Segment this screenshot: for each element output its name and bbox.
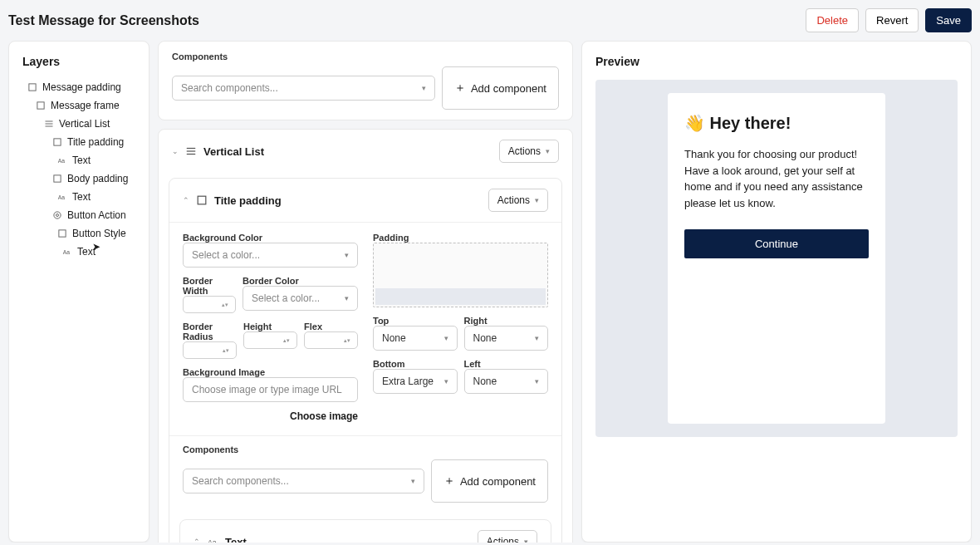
bg-color-placeholder: Select a color... bbox=[192, 249, 260, 261]
vertical-list-title: Vertical List bbox=[203, 145, 264, 158]
svg-text:Aa: Aa bbox=[208, 538, 217, 543]
layer-item[interactable]: Message padding bbox=[16, 78, 142, 96]
bg-image-placeholder: Choose image or type image URL bbox=[192, 384, 342, 395]
padding-preview bbox=[373, 243, 548, 307]
frame-icon bbox=[36, 101, 46, 110]
actions-dropdown[interactable]: Actions ▾ bbox=[478, 530, 537, 543]
plus-icon: ＋ bbox=[443, 474, 455, 489]
bottom-value: Extra Large bbox=[382, 376, 434, 387]
layer-label: Button Style bbox=[72, 228, 126, 239]
actions-dropdown[interactable]: Actions ▾ bbox=[499, 140, 559, 163]
layer-label: Text bbox=[72, 191, 91, 203]
plus-icon: ＋ bbox=[454, 81, 466, 96]
bg-image-input[interactable]: Choose image or type image URL bbox=[183, 377, 358, 402]
top-select[interactable]: None▾ bbox=[373, 326, 458, 351]
layer-item[interactable]: AaText bbox=[16, 188, 142, 206]
flex-label: Flex bbox=[304, 322, 358, 331]
layer-label: Body padding bbox=[67, 173, 128, 184]
collapse-icon[interactable]: ⌃ bbox=[183, 196, 189, 204]
border-width-input[interactable]: ▴▾ bbox=[183, 296, 236, 313]
stepper-icon: ▴▾ bbox=[344, 338, 350, 342]
layers-panel: Layers Message paddingMessage frameVerti… bbox=[8, 41, 149, 543]
add-component-button[interactable]: ＋ Add component bbox=[442, 66, 559, 110]
left-label: Left bbox=[464, 359, 549, 369]
layer-label: Text bbox=[77, 246, 96, 258]
padding-label: Padding bbox=[373, 233, 548, 243]
top-label: Top bbox=[373, 316, 458, 326]
svg-rect-7 bbox=[54, 175, 61, 182]
layer-item[interactable]: Vertical List bbox=[16, 115, 142, 133]
search-placeholder: Search components... bbox=[181, 82, 278, 94]
svg-point-10 bbox=[56, 214, 59, 217]
preview-message-card: 👋 Hey there! Thank you for choosing our … bbox=[668, 93, 885, 424]
layer-label: Vertical List bbox=[59, 118, 110, 130]
layer-label: Button Action bbox=[67, 209, 126, 221]
bottom-label: Bottom bbox=[373, 359, 458, 369]
chevron-down-icon: ▾ bbox=[524, 538, 528, 543]
bottom-select[interactable]: Extra Large▾ bbox=[373, 369, 458, 394]
nested-add-component-button[interactable]: ＋ Add component bbox=[431, 459, 548, 503]
collapse-icon[interactable]: ⌃ bbox=[194, 538, 200, 543]
delete-button[interactable]: Delete bbox=[806, 8, 859, 32]
stepper-icon: ▴▾ bbox=[283, 338, 290, 342]
bg-color-select[interactable]: Select a color... ▾ bbox=[183, 243, 358, 268]
actions-label: Actions bbox=[487, 536, 519, 543]
border-color-select[interactable]: Select a color... ▾ bbox=[243, 286, 358, 311]
bg-color-label: Background Color bbox=[183, 233, 358, 243]
save-button[interactable]: Save bbox=[925, 8, 972, 32]
preview-title: 👋 Hey there! bbox=[684, 113, 869, 133]
collapse-icon[interactable]: ⌄ bbox=[172, 147, 179, 155]
chevron-down-icon: ▾ bbox=[535, 334, 539, 342]
frame-icon bbox=[57, 228, 67, 238]
preview-panel: Preview 👋 Hey there! Thank you for choos… bbox=[581, 41, 972, 543]
list-icon bbox=[44, 119, 54, 129]
nested-components-label: Components bbox=[183, 444, 548, 459]
layer-item[interactable]: AaText bbox=[16, 151, 142, 169]
preview-continue-button[interactable]: Continue bbox=[684, 229, 869, 258]
title-padding-title: Title padding bbox=[214, 194, 282, 207]
header-actions: Delete Revert Save bbox=[806, 8, 972, 32]
layer-item[interactable]: Body padding bbox=[16, 169, 142, 188]
svg-rect-1 bbox=[37, 102, 44, 109]
svg-rect-0 bbox=[29, 84, 36, 91]
stepper-icon: ▴▾ bbox=[223, 348, 229, 352]
chevron-down-icon: ▾ bbox=[411, 477, 415, 485]
frame-icon bbox=[27, 82, 37, 92]
border-color-label: Border Color bbox=[243, 276, 358, 286]
actions-dropdown[interactable]: Actions ▾ bbox=[488, 189, 548, 212]
right-select[interactable]: None▾ bbox=[464, 326, 549, 351]
chevron-down-icon: ▾ bbox=[444, 334, 448, 342]
search-components-input[interactable]: Search components... ▾ bbox=[172, 76, 435, 101]
text-icon: Aa bbox=[57, 155, 67, 165]
text-icon: Aa bbox=[57, 192, 67, 202]
left-value: None bbox=[473, 376, 497, 387]
chevron-down-icon: ▾ bbox=[444, 377, 448, 385]
layer-item[interactable]: Button Style bbox=[16, 224, 142, 243]
flex-input[interactable]: ▴▾ bbox=[304, 331, 358, 349]
title-padding-card: ⌃ Title padding Actions ▾ bbox=[169, 178, 562, 543]
preview-body: Thank you for choosing our product! Have… bbox=[684, 146, 869, 211]
layer-item[interactable]: AaText bbox=[16, 243, 142, 261]
components-label: Components bbox=[172, 52, 559, 66]
add-component-label: Add component bbox=[471, 82, 546, 95]
revert-button[interactable]: Revert bbox=[865, 8, 919, 32]
chevron-down-icon: ▾ bbox=[422, 84, 426, 92]
svg-text:Aa: Aa bbox=[58, 194, 66, 200]
right-value: None bbox=[473, 332, 497, 344]
right-label: Right bbox=[464, 316, 549, 326]
text-card: ⌃ Aa Text Actions ▾ Text bbox=[179, 519, 551, 543]
svg-rect-11 bbox=[59, 230, 66, 237]
nested-search-components[interactable]: Search components... ▾ bbox=[183, 469, 424, 493]
left-select[interactable]: None▾ bbox=[464, 369, 549, 394]
layer-item[interactable]: Title padding bbox=[16, 133, 142, 151]
layer-label: Text bbox=[72, 155, 91, 166]
text-section-title: Text bbox=[225, 536, 247, 543]
choose-image-link[interactable]: Choose image bbox=[183, 410, 358, 422]
border-radius-input[interactable]: ▴▾ bbox=[183, 341, 237, 359]
layer-item[interactable]: Message frame bbox=[16, 96, 142, 115]
layer-item[interactable]: Button Action bbox=[16, 206, 142, 224]
svg-text:Aa: Aa bbox=[63, 249, 71, 255]
layers-heading: Layers bbox=[16, 55, 142, 78]
chevron-down-icon: ▾ bbox=[345, 251, 349, 259]
height-input[interactable]: ▴▾ bbox=[243, 331, 297, 349]
